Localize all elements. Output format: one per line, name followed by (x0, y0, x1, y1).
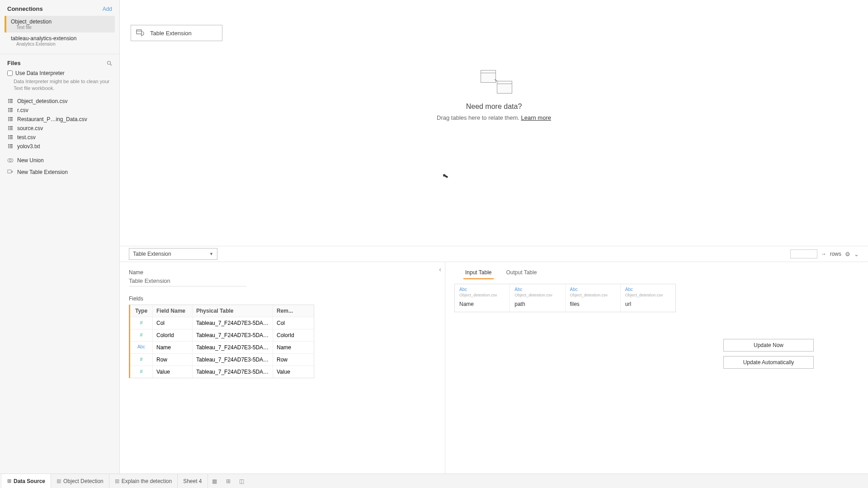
bottom-panel: ‹ Name Table Extension Fields Type Field… (120, 262, 868, 488)
collapse-icon[interactable]: ‹ (439, 266, 441, 273)
connection-subtitle: Analytics Extension (16, 42, 110, 47)
table-icon (7, 117, 14, 122)
gear-icon[interactable]: ⚙ (845, 251, 850, 258)
update-now-button[interactable]: Update Now (723, 339, 814, 352)
io-column[interactable]: AbcObject_detestion.csvName (455, 284, 510, 312)
connection-name: tableau-analytics-extension (11, 35, 110, 42)
io-pane: Input Table Output Table AbcObject_detes… (445, 262, 868, 488)
new-union-action[interactable]: New Union (4, 155, 116, 166)
svg-point-0 (108, 61, 111, 64)
empty-state-subtitle: Drag tables here to relate them. Learn m… (404, 114, 585, 121)
file-item[interactable]: Restaurant_P…ing_Data.csv (4, 115, 116, 124)
chevron-down-icon[interactable]: ⌄ (854, 251, 859, 258)
field-name-cell: Name (153, 342, 193, 353)
fields-table: Type Field Name Physical Table Rem... #C… (129, 305, 314, 378)
rows-label: rows (830, 251, 841, 257)
action-label: New Table Extension (17, 169, 68, 175)
physical-cell: Tableau_7_F24AD7E3-5DA8-... (193, 317, 273, 329)
connection-list: Object_detestion Text file tableau-analy… (0, 16, 119, 54)
new-worksheet-button[interactable]: ▦ (208, 478, 222, 484)
file-item[interactable]: test.csv (4, 133, 116, 142)
new-table-extension-action[interactable]: New Table Extension (4, 166, 116, 178)
data-interpreter-input[interactable] (7, 70, 13, 76)
relationship-canvas[interactable]: Table Extension Need more data? Drag tab… (120, 0, 868, 246)
tab-label: Object Detection (63, 478, 104, 484)
data-interpreter-checkbox[interactable]: Use Data Interpreter (7, 70, 112, 76)
fields-label: Fields (129, 296, 436, 302)
empty-state-title: Need more data? (404, 103, 585, 111)
table-extension-chip[interactable]: Table Extension (131, 25, 222, 41)
connection-name: Object_detestion (11, 19, 110, 25)
tab-data-source[interactable]: ⊞ Data Source (2, 474, 51, 488)
table-icon (7, 144, 14, 149)
search-icon[interactable] (107, 61, 112, 66)
file-item[interactable]: r.csv (4, 106, 116, 115)
remote-cell: Row (273, 354, 314, 366)
io-column[interactable]: AbcObject_detestion.csvurl (621, 284, 675, 312)
new-story-button[interactable]: ◫ (235, 478, 249, 484)
data-source-icon: ⊞ (7, 478, 11, 484)
tab-label: Explain the detection (122, 478, 172, 484)
sidebar: Connections Add Object_detestion Text fi… (0, 0, 120, 488)
io-source: Object_detestion.csv (459, 293, 505, 297)
data-interpreter-hint: Data Interpreter might be able to clean … (14, 78, 112, 92)
rows-input[interactable] (790, 249, 817, 258)
main-area: Table Extension Need more data? Drag tab… (120, 0, 868, 488)
table-icon (7, 99, 14, 103)
relate-tables-icon (476, 70, 512, 94)
field-row[interactable]: #RowTableau_7_F24AD7E3-5DA8-...Row (130, 354, 314, 366)
file-name: Object_detestion.csv (17, 98, 67, 104)
file-item[interactable]: source.csv (4, 124, 116, 133)
chip-label: Table Extension (150, 30, 192, 37)
footer-tabs: ⊞ Data Source ▥Object Detection ▥Explain… (0, 474, 868, 488)
field-name-cell: Row (153, 354, 193, 366)
field-name-cell: ColorId (153, 329, 193, 341)
chevron-down-icon: ▼ (209, 252, 213, 256)
dropdown-label: Table Extension (133, 251, 171, 257)
add-connection-link[interactable]: Add (103, 6, 112, 12)
io-col-name: path (514, 301, 560, 307)
update-automatically-button[interactable]: Update Automatically (723, 356, 814, 369)
worksheet-icon: ▥ (115, 478, 119, 484)
physical-cell: Tableau_7_F24AD7E3-5DA8-... (193, 329, 273, 341)
connection-item-analytics-ext[interactable]: tableau-analytics-extension Analytics Ex… (5, 33, 115, 49)
tab-sheet[interactable]: ▥Explain the detection (109, 474, 178, 488)
file-item[interactable]: Object_detestion.csv (4, 97, 116, 106)
file-name: r.csv (17, 107, 28, 113)
new-dashboard-button[interactable]: ⊞ (222, 478, 235, 484)
tab-sheet[interactable]: ▥Object Detection (51, 474, 109, 488)
table-icon (7, 108, 14, 113)
type-string-icon: Abc (514, 287, 560, 292)
physical-cell: Tableau_7_F24AD7E3-5DA8-... (193, 366, 273, 378)
field-name-cell: Value (153, 366, 193, 378)
io-col-name: url (625, 301, 671, 307)
union-icon (7, 157, 14, 164)
name-label: Name (129, 269, 436, 276)
remote-cell: Value (273, 366, 314, 378)
table-icon (7, 135, 14, 140)
file-name: Restaurant_P…ing_Data.csv (17, 116, 87, 122)
type-string-icon: Abc (570, 287, 616, 292)
svg-rect-4 (8, 170, 11, 173)
col-physical-table: Physical Table (193, 305, 273, 317)
svg-rect-5 (137, 30, 142, 34)
tab-input-table[interactable]: Input Table (463, 267, 494, 279)
connection-item-object-detestion[interactable]: Object_detestion Text file (5, 16, 115, 33)
cursor-icon: ⬉ (441, 171, 449, 181)
io-column[interactable]: AbcObject_detestion.csvfiles (566, 284, 621, 312)
tab-output-table[interactable]: Output Table (505, 267, 539, 279)
file-item[interactable]: yolov3.txt (4, 142, 116, 151)
table-extension-icon (7, 169, 14, 175)
field-row[interactable]: #ValueTableau_7_F24AD7E3-5DA8-...Value (130, 366, 314, 378)
rows-control: → rows ⚙ ⌄ (790, 249, 859, 258)
learn-more-link[interactable]: Learn more (521, 114, 551, 121)
io-column[interactable]: AbcObject_detestion.csvpath (510, 284, 565, 312)
field-row[interactable]: AbcNameTableau_7_F24AD7E3-5DA8-...Name (130, 342, 314, 354)
name-value[interactable]: Table Extension (129, 277, 246, 286)
table-extension-dropdown[interactable]: Table Extension ▼ (129, 248, 217, 260)
svg-line-1 (110, 64, 112, 66)
field-row[interactable]: #ColTableau_7_F24AD7E3-5DA8-...Col (130, 317, 314, 329)
tab-sheet[interactable]: Sheet 4 (178, 474, 208, 488)
mid-toolbar: Table Extension ▼ → rows ⚙ ⌄ (120, 246, 868, 262)
field-row[interactable]: #ColorIdTableau_7_F24AD7E3-5DA8-...Color… (130, 329, 314, 342)
